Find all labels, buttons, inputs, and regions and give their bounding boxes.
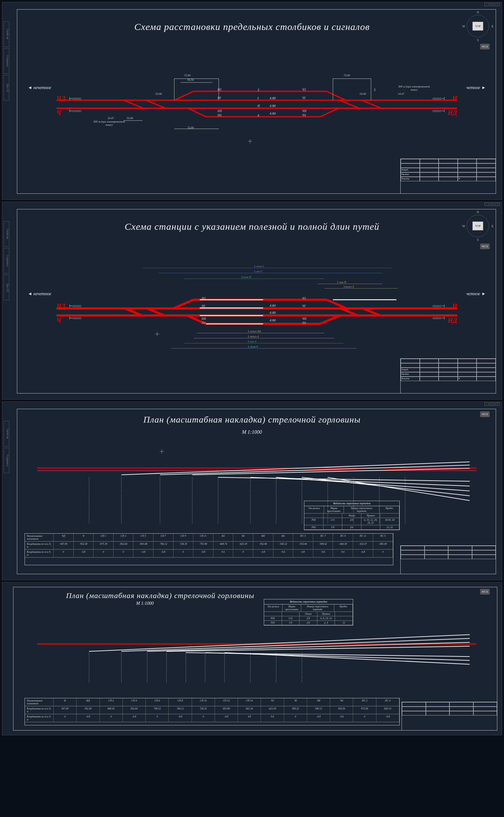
signal-n: Н	[452, 302, 457, 310]
len-polez-4	[194, 338, 334, 338]
sheet-title: План (масштабная накладка) стрелочной го…	[2, 415, 502, 425]
len-pol-3r	[318, 284, 382, 284]
window-controls: – □ ×	[485, 402, 500, 405]
main-track-II	[56, 314, 457, 316]
side-tab-1[interactable]: Сохранить	[4, 48, 9, 74]
signal-chd: ЧД	[56, 95, 66, 102]
sig: Ч4	[302, 113, 306, 117]
gap: 4.80	[270, 104, 276, 108]
coordinate-table: Наименование элементов ЧД Ч СП 1 СП 3 СП…	[25, 533, 393, 565]
dim: 72.00	[184, 74, 190, 77]
signal-chd: ЧД	[56, 302, 66, 310]
minimize-icon[interactable]: –	[485, 203, 489, 206]
dim: 72.00	[344, 74, 350, 77]
side-palette-tabs: Свойства Сохранить Лист 02	[4, 21, 9, 100]
tb-nkontr: Н.контр.	[401, 177, 420, 181]
sig: ЧI	[302, 96, 305, 100]
close-icon[interactable]: ×	[495, 3, 500, 6]
len-polez-3	[184, 278, 324, 279]
drawing-sheet-3: – □ × WCS Свойства Сохранить План (масшт…	[2, 401, 502, 580]
maximize-icon[interactable]: □	[490, 3, 494, 6]
title-block	[400, 546, 496, 574]
sig: Н4	[218, 113, 221, 117]
main-red-2	[37, 470, 476, 471]
title-block: Разраб. Провер. Н.контр.Р	[400, 358, 496, 393]
len-lbl: L пол 4	[248, 340, 256, 343]
minimize-icon[interactable]: –	[485, 3, 489, 6]
signal-nd: НД	[448, 317, 457, 324]
side-palette-tabs: Свойства Сохранить Лист 02	[4, 221, 9, 300]
maximize-icon[interactable]: □	[490, 402, 494, 405]
main-track-II	[56, 108, 457, 109]
svg-line-38	[186, 653, 470, 657]
dim: 53.06	[359, 92, 366, 95]
coordinate-table: Наименование элементов Н НД СП 2 СП 4 СП…	[25, 698, 400, 725]
svg-line-20	[302, 478, 470, 496]
sheet-title: Схема расстановки предельных столбиков и…	[2, 21, 502, 32]
len-poln-3r	[324, 288, 398, 288]
main-red	[37, 468, 476, 469]
signal-head-icon: ○○○○⊣	[433, 108, 444, 114]
drawing-sheet-2: – □ × N S E W TOP WCS Свойства Сохранить…	[2, 202, 502, 399]
len-poln-4	[171, 348, 356, 348]
sig: НI	[218, 96, 221, 100]
len-lbl: Lполез 3	[344, 285, 354, 288]
len-pol-I	[159, 273, 382, 273]
signal-head-icon: ⊢○○○○	[69, 96, 81, 101]
sig: Ч3	[302, 88, 306, 91]
drawing-canvas[interactable]: нечетное четное ЧД Ч Н НД ⊢○○○○ ⊢○○○○ ○○…	[25, 47, 489, 167]
main-red-dark	[37, 643, 476, 645]
svg-line-40	[225, 653, 470, 664]
len-lbl: L пол I	[254, 270, 262, 273]
signal-head-icon: ⊢○○○○	[69, 108, 81, 114]
throat-canvas[interactable]: +	[25, 437, 489, 532]
tb-prover: Провер.	[401, 172, 420, 177]
dist-note-right: 300 м (при электровозной тяге)	[397, 85, 432, 92]
len-pol-4	[184, 343, 344, 343]
svg-line-21	[328, 478, 470, 501]
origin-cross-icon: +	[248, 136, 253, 146]
maximize-icon[interactable]: □	[490, 203, 494, 206]
dist-note-left: 300 м (при электровозной тяге)	[92, 120, 127, 127]
drawing-canvas[interactable]: нечетное четное ЧД Ч Н НД ⊢○○○○ ⊢○○○○ ○○…	[25, 247, 489, 367]
direction-odd: нечетное	[28, 291, 51, 296]
gap: 4.80	[270, 111, 276, 115]
track-schematic-svg	[25, 47, 489, 167]
main-track-I	[56, 100, 457, 101]
scale-label: М 1:1000	[2, 601, 502, 606]
scale-label: М 1:1000	[2, 429, 502, 435]
len-lbl: L полез 4	[248, 335, 259, 338]
dim: 53.06	[155, 92, 162, 95]
dim: 72.00	[187, 126, 194, 129]
close-icon[interactable]: ×	[495, 402, 500, 405]
dim: 16.47	[107, 116, 114, 120]
direction-even: четное	[466, 291, 486, 296]
origin-cross-icon: +	[155, 329, 160, 339]
signal-head-icon: ○○○○⊣	[433, 96, 444, 101]
svg-line-37	[167, 646, 470, 651]
window-controls: – □ ×	[485, 3, 500, 6]
title-block: Разраб. Провер. Н.контр.Р	[400, 159, 496, 194]
side-palette-tabs: Свойства Сохранить	[4, 421, 9, 473]
signal-ch: Ч	[56, 109, 61, 116]
track-num: I	[257, 96, 259, 100]
dim: 56.56	[187, 78, 194, 81]
len-lbl: L полн 4	[248, 345, 258, 348]
svg-line-16	[192, 468, 470, 475]
track-num: 5	[374, 88, 376, 92]
side-tab-2[interactable]: Лист 02	[4, 75, 9, 100]
ct-rowhead-0: Наименование элементов	[25, 534, 54, 541]
direction-even: четное	[466, 85, 486, 90]
close-icon[interactable]: ×	[495, 203, 500, 206]
drawing-sheet-4: WCS План (масштабная накладка) стрелочно…	[2, 582, 502, 735]
svg-line-39	[205, 653, 470, 660]
svg-line-17	[218, 478, 470, 481]
sig: Н3	[218, 88, 221, 91]
throat-canvas-2[interactable]	[25, 608, 489, 694]
minimize-icon[interactable]: –	[485, 402, 489, 405]
track-num: 4	[257, 113, 259, 117]
throat-svg	[25, 437, 489, 532]
dim: 53.06	[127, 116, 133, 120]
main-track-I	[56, 307, 457, 309]
switch-ledger-table: Ведомость стрелочных переводов Тип рельс…	[264, 599, 353, 626]
